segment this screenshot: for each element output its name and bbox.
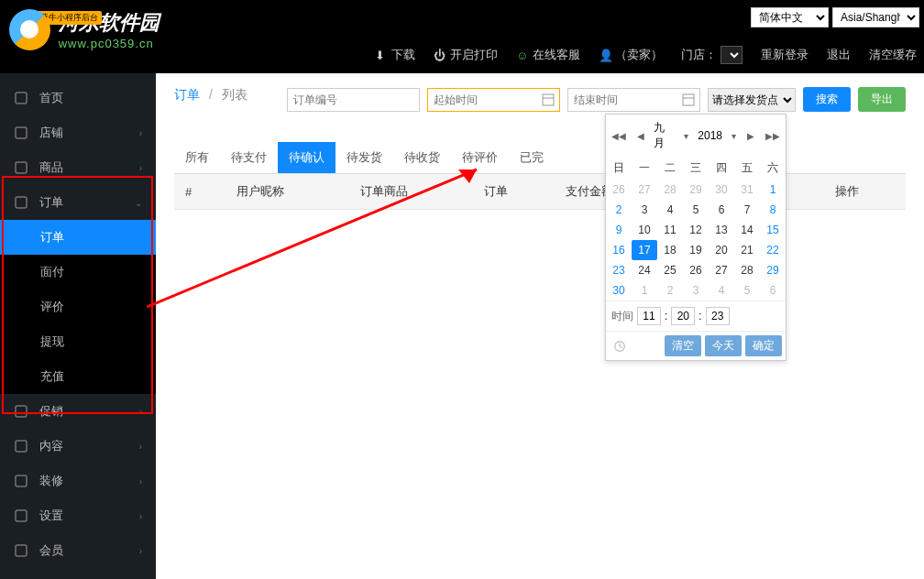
end-time-input[interactable] <box>567 88 700 112</box>
calendar-day[interactable]: 4 <box>709 280 734 300</box>
language-select[interactable]: 简体中文 <box>751 7 829 27</box>
sidebar-item-member[interactable]: 会员› <box>0 533 156 568</box>
month-label[interactable]: 九月 <box>654 120 675 151</box>
calendar-day[interactable]: 13 <box>709 220 734 240</box>
calendar-day[interactable]: 2 <box>606 200 632 220</box>
sidebar-item-order[interactable]: 订单⌄ <box>0 185 156 220</box>
order-no-input[interactable] <box>287 88 420 112</box>
calendar-day[interactable]: 6 <box>709 200 734 220</box>
calendar-day[interactable]: 4 <box>657 200 683 220</box>
year-label[interactable]: 2018 <box>698 129 722 142</box>
sidebar-item-setting[interactable]: 设置› <box>0 498 156 533</box>
calendar-day[interactable]: 2 <box>657 280 683 300</box>
today-button[interactable]: 今天 <box>705 335 742 356</box>
next-month-button[interactable]: ▶ <box>745 129 756 143</box>
prev-month-button[interactable]: ◀ <box>635 129 646 143</box>
svg-rect-5 <box>16 441 27 452</box>
calendar-day[interactable]: 27 <box>709 260 734 280</box>
clear-button[interactable]: 清空 <box>665 335 701 356</box>
calendar-day[interactable]: 18 <box>657 240 683 260</box>
sidebar-item-shop[interactable]: 店铺› <box>0 115 156 150</box>
svg-rect-4 <box>16 406 27 417</box>
calendar-day[interactable]: 22 <box>760 240 786 260</box>
calendar-day[interactable]: 28 <box>657 180 683 200</box>
minute-input[interactable] <box>671 307 695 325</box>
sidebar-sub-item[interactable]: 提现 <box>0 324 156 359</box>
sidebar-item-content[interactable]: 内容› <box>0 429 156 464</box>
sidebar-sub-item[interactable]: 评价 <box>0 290 156 324</box>
status-tab[interactable]: 待发货 <box>336 142 393 173</box>
shipping-select[interactable]: 请选择发货点 <box>708 88 796 112</box>
calendar-day[interactable]: 3 <box>632 200 657 220</box>
calendar-day[interactable]: 16 <box>606 240 632 260</box>
sidebar-sub-item[interactable]: 充值 <box>0 359 156 394</box>
sidebar-item-goods[interactable]: 商品› <box>0 150 156 185</box>
ok-button[interactable]: 确定 <box>745 335 782 356</box>
calendar-day[interactable]: 1 <box>760 180 786 200</box>
relogin-link[interactable]: 重新登录 <box>761 47 808 63</box>
status-tab[interactable]: 所有 <box>174 142 220 173</box>
sidebar-item-home[interactable]: 首页 <box>0 81 156 115</box>
export-button[interactable]: 导出 <box>858 87 906 112</box>
goods-icon <box>14 160 28 175</box>
second-input[interactable] <box>706 307 730 325</box>
calendar-day[interactable]: 29 <box>683 180 709 200</box>
svg-rect-1 <box>16 127 27 138</box>
calendar-day[interactable]: 26 <box>683 260 709 280</box>
calendar-day[interactable]: 8 <box>760 200 786 220</box>
print-link[interactable]: ⏻开启打印 <box>434 47 498 63</box>
table-header: # <box>174 174 226 210</box>
calendar-day[interactable]: 24 <box>632 260 657 280</box>
breadcrumb-root[interactable]: 订单 <box>174 87 200 102</box>
status-tab[interactable]: 待支付 <box>220 142 278 173</box>
day-of-week-label: 二 <box>657 157 683 180</box>
calendar-day[interactable]: 10 <box>632 220 657 240</box>
calendar-day[interactable]: 5 <box>734 280 760 300</box>
calendar-day[interactable]: 7 <box>734 200 760 220</box>
calendar-day[interactable]: 11 <box>657 220 683 240</box>
status-tab[interactable]: 待评价 <box>451 142 509 173</box>
calendar-day[interactable]: 14 <box>734 220 760 240</box>
hour-input[interactable] <box>637 307 661 325</box>
calendar-day[interactable]: 26 <box>606 180 632 200</box>
download-link[interactable]: ⬇下载 <box>375 47 415 63</box>
next-year-button[interactable]: ▶▶ <box>764 129 782 143</box>
calendar-day[interactable]: 31 <box>734 180 760 200</box>
clear-cache-link[interactable]: 清空缓存 <box>869 47 917 63</box>
calendar-day[interactable]: 6 <box>760 280 786 300</box>
calendar-day[interactable]: 5 <box>683 200 709 220</box>
calendar-day[interactable]: 23 <box>606 260 632 280</box>
sidebar-sub-item[interactable]: 订单 <box>0 220 156 255</box>
calendar-day[interactable]: 30 <box>606 280 632 300</box>
sidebar-item-book[interactable]: 预约› <box>0 568 156 579</box>
calendar-day[interactable]: 29 <box>760 260 786 280</box>
calendar-day[interactable]: 12 <box>683 220 709 240</box>
logout-link[interactable]: 退出 <box>827 47 851 63</box>
calendar-day[interactable]: 27 <box>632 180 657 200</box>
calendar-day[interactable]: 28 <box>734 260 760 280</box>
time-label: 时间 <box>611 309 633 324</box>
calendar-day[interactable]: 25 <box>657 260 683 280</box>
search-button[interactable]: 搜索 <box>803 87 851 112</box>
shop-select[interactable]: ▼ <box>720 46 742 64</box>
calendar-day[interactable]: 30 <box>709 180 734 200</box>
status-tab[interactable]: 待确认 <box>278 142 336 173</box>
sidebar-item-decor[interactable]: 装修› <box>0 464 156 498</box>
start-time-input[interactable] <box>427 88 560 112</box>
calendar-day[interactable]: 19 <box>683 240 709 260</box>
seller-link[interactable]: 👤（卖家） <box>599 47 663 63</box>
status-tab[interactable]: 已完 <box>509 142 555 173</box>
calendar-day[interactable]: 9 <box>606 220 632 240</box>
timezone-select[interactable]: Asia/Shangha <box>832 7 919 27</box>
sidebar-sub-item[interactable]: 面付 <box>0 255 156 290</box>
calendar-day[interactable]: 15 <box>760 220 786 240</box>
sidebar-item-promo[interactable]: 促销› <box>0 394 156 429</box>
calendar-day[interactable]: 21 <box>734 240 760 260</box>
calendar-day[interactable]: 17 <box>632 240 657 260</box>
prev-year-button[interactable]: ◀◀ <box>610 129 628 143</box>
service-link[interactable]: ☺在线客服 <box>516 47 580 63</box>
calendar-day[interactable]: 3 <box>683 280 709 300</box>
calendar-day[interactable]: 20 <box>709 240 734 260</box>
status-tab[interactable]: 待收货 <box>393 142 451 173</box>
calendar-day[interactable]: 1 <box>632 280 657 300</box>
